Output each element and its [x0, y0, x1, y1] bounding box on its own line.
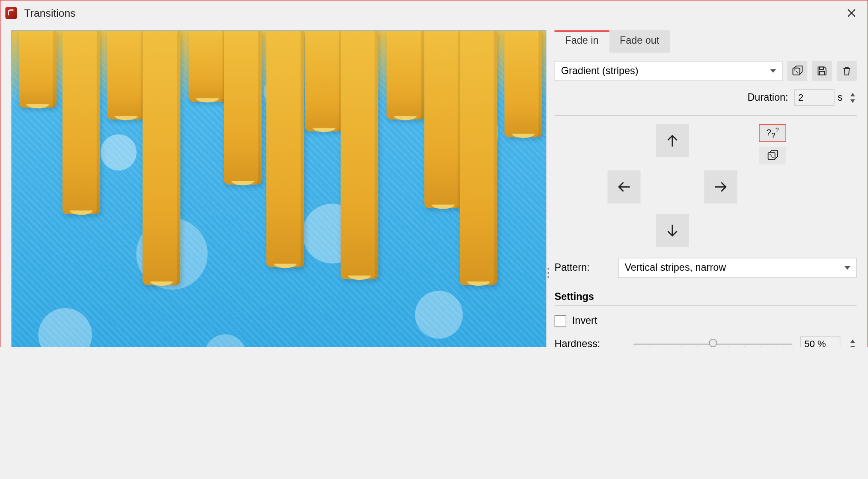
titlebar: Transitions: [0, 0, 867, 25]
direction-section: ???: [555, 124, 857, 254]
dice-icon: [767, 150, 779, 162]
randomize-button[interactable]: [787, 61, 807, 81]
save-preset-button[interactable]: [812, 61, 832, 81]
random-mode-button[interactable]: ???: [759, 124, 786, 142]
spinner-up-icon[interactable]: [849, 91, 857, 98]
svg-point-9: [771, 156, 772, 157]
random-dice-button[interactable]: [759, 147, 786, 164]
hardness-label: Hardness:: [555, 338, 625, 347]
duration-label: Duration:: [747, 92, 788, 104]
close-icon: [847, 9, 856, 17]
arrow-down-icon: [665, 223, 680, 238]
arrow-right-icon: [713, 179, 728, 195]
svg-point-7: [770, 154, 771, 155]
dice-icon: [791, 65, 803, 77]
hardness-slider[interactable]: [633, 337, 792, 347]
arrow-left-icon: [616, 179, 632, 195]
direction-down-button[interactable]: [656, 214, 689, 247]
trash-icon: [841, 65, 853, 77]
svg-point-8: [773, 157, 774, 158]
duration-input[interactable]: [794, 89, 834, 106]
spinner-down-icon[interactable]: [849, 98, 857, 104]
resize-grip-icon[interactable]: [547, 268, 549, 278]
divider: [555, 115, 857, 116]
hardness-input[interactable]: [800, 336, 841, 347]
question-icon: ???: [767, 126, 779, 139]
chevron-down-icon: [770, 69, 776, 72]
options-panel: Fade in Fade out Gradient (stripes): [555, 30, 857, 347]
transition-type-select[interactable]: Gradient (stripes): [555, 61, 783, 81]
preview-top-wash: [12, 31, 546, 102]
direction-left-button[interactable]: [607, 171, 640, 204]
window-title: Transitions: [24, 7, 75, 19]
svg-point-2: [797, 72, 799, 74]
arrow-up-icon: [665, 133, 680, 149]
duration-unit: s: [838, 92, 843, 104]
app-icon: [5, 7, 17, 19]
duration-spinner[interactable]: [849, 91, 857, 104]
close-button[interactable]: [840, 4, 862, 22]
tab-strip: Fade in Fade out: [555, 30, 857, 52]
pattern-value: Vertical stripes, narrow: [624, 262, 726, 274]
chevron-down-icon: [844, 266, 850, 269]
invert-checkbox[interactable]: [555, 315, 567, 327]
invert-label: Invert: [572, 315, 597, 327]
pattern-label: Pattern:: [555, 262, 608, 274]
direction-right-button[interactable]: [704, 171, 737, 204]
divider: [555, 305, 857, 305]
settings-heading: Settings: [555, 291, 857, 303]
floppy-icon: [816, 65, 828, 77]
hardness-spinner[interactable]: [849, 338, 857, 347]
preview-pane: [11, 30, 546, 347]
pattern-select[interactable]: Vertical stripes, narrow: [618, 258, 857, 278]
spinner-up-icon[interactable]: [849, 338, 857, 344]
transitions-dialog: Transitions Fade in Fade out Gradient (s…: [0, 0, 868, 347]
delete-preset-button[interactable]: [837, 61, 857, 81]
tab-fade-in[interactable]: Fade in: [555, 30, 609, 52]
svg-rect-5: [820, 72, 824, 75]
tab-fade-out[interactable]: Fade out: [609, 30, 670, 52]
svg-point-1: [794, 69, 796, 71]
direction-up-button[interactable]: [656, 124, 689, 157]
transition-type-value: Gradient (stripes): [561, 65, 639, 77]
spinner-down-icon[interactable]: [849, 344, 857, 347]
svg-rect-4: [820, 67, 823, 69]
svg-point-3: [796, 71, 797, 72]
